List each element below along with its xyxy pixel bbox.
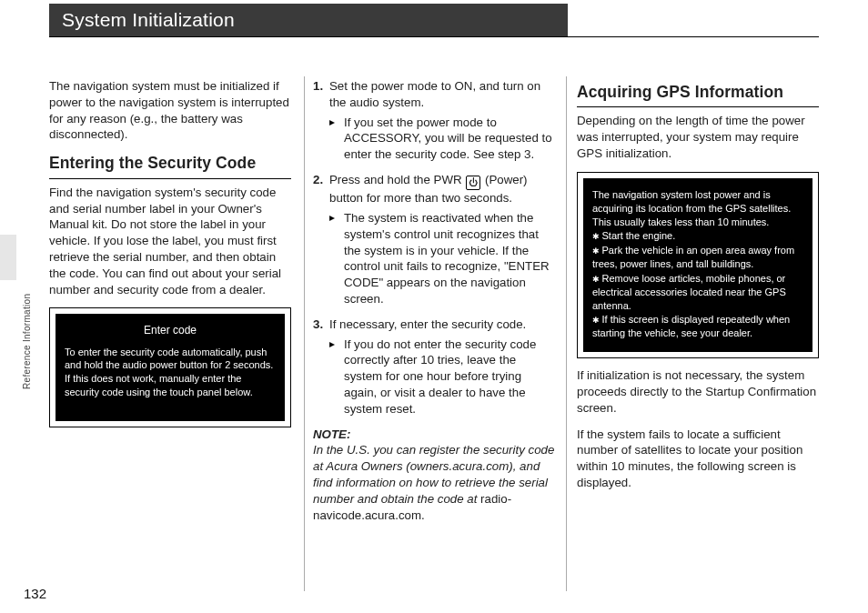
column-3: Acquiring GPS Information Depending on t…	[577, 78, 819, 534]
note-body-italic: In the U.S. you can register the securit…	[313, 443, 554, 505]
gps-intro: Depending on the length of time the powe…	[577, 113, 819, 161]
power-icon: ⏻	[466, 176, 480, 190]
column-1: The navigation system must be initialize…	[49, 78, 291, 534]
gps-p2: If initialization is not necessary, the …	[577, 367, 819, 416]
step-1-text: Set the power mode to ON, and turn on th…	[329, 79, 540, 109]
gps-line-5: If this screen is displayed repeatedly w…	[592, 313, 803, 340]
gps-line-3: Park the vehicle in an open area away fr…	[592, 244, 803, 271]
enter-code-body: To enter the security code automatically…	[65, 346, 276, 399]
content-columns: The navigation system must be initialize…	[49, 78, 819, 534]
gps-p3: If the system fails to locate a sufficie…	[577, 427, 819, 491]
step-3: If necessary, enter the security code. I…	[313, 317, 555, 417]
note: NOTE: In the U.S. you can register the s…	[313, 427, 555, 524]
enter-code-screen-inner: Enter code To enter the security code au…	[56, 314, 285, 421]
step-1: Set the power mode to ON, and turn on th…	[313, 78, 555, 163]
page-title: System Initialization	[62, 9, 235, 31]
side-tab	[0, 235, 16, 280]
step-1-sub: If you set the power mode to ACCESSORY, …	[329, 115, 555, 163]
step-2-text-a: Press and hold the PWR	[329, 173, 465, 186]
step-2-sub: The system is reactivated when the syste…	[329, 210, 555, 307]
gps-line-4: Remove loose articles, mobile phones, or…	[592, 272, 803, 313]
column-2: Set the power mode to ON, and turn on th…	[313, 78, 555, 534]
enter-code-title: Enter code	[65, 323, 276, 337]
note-heading: NOTE:	[313, 427, 350, 441]
gps-line-1: The navigation system lost power and is …	[592, 188, 803, 229]
gps-screen-inner: The navigation system lost power and is …	[583, 178, 812, 352]
enter-code-screen: Enter code To enter the security code au…	[49, 307, 291, 427]
top-rule	[49, 36, 819, 37]
page-title-bar: System Initialization	[49, 4, 568, 36]
step-2: Press and hold the PWR ⏻ (Power) button …	[313, 172, 555, 307]
heading-security-code: Entering the Security Code	[49, 153, 291, 178]
step-3-sub: If you do not enter the security code co…	[329, 337, 555, 417]
page-number: 132	[24, 586, 46, 601]
side-section-label: Reference Information	[22, 294, 32, 389]
gps-screen: The navigation system lost power and is …	[577, 172, 819, 358]
intro-text: The navigation system must be initialize…	[49, 78, 291, 143]
gps-line-2: Start the engine.	[592, 229, 803, 243]
step-3-text: If necessary, enter the security code.	[329, 317, 526, 331]
security-code-body: Find the navigation system's security co…	[49, 185, 291, 298]
steps-list: Set the power mode to ON, and turn on th…	[313, 78, 555, 417]
heading-gps: Acquiring GPS Information	[577, 82, 819, 107]
